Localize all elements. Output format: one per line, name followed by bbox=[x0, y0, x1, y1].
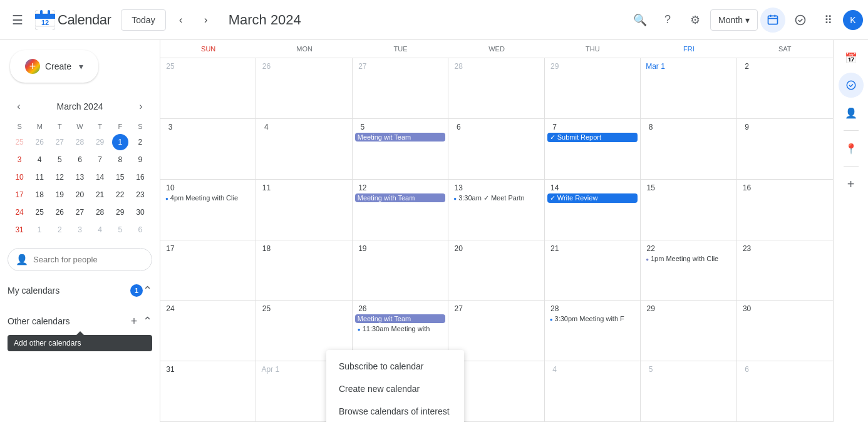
table-row[interactable]: 3 bbox=[160, 119, 256, 180]
day-number[interactable]: 4 bbox=[259, 121, 274, 133]
browse-calendars-item[interactable]: Browse calendars of interest bbox=[326, 400, 464, 422]
table-row[interactable]: 24 bbox=[160, 301, 256, 361]
day-number[interactable]: 28 bbox=[451, 61, 466, 72]
tasks-view-button[interactable] bbox=[788, 8, 813, 33]
day-number[interactable]: 16 bbox=[740, 182, 755, 193]
day-number[interactable]: 5 bbox=[355, 121, 370, 133]
table-row[interactable]: 16 bbox=[737, 180, 833, 240]
mini-cal-day[interactable]: 8 bbox=[112, 152, 128, 168]
day-number[interactable]: 22 bbox=[643, 243, 658, 254]
day-number[interactable]: 28 bbox=[547, 303, 562, 314]
table-row[interactable]: 6 bbox=[448, 119, 544, 180]
right-sidebar-maps-btn[interactable]: 📍 bbox=[839, 136, 864, 161]
list-item[interactable]: 3:30am ✓ Meet Partn bbox=[451, 193, 541, 203]
mini-cal-day[interactable]: 19 bbox=[51, 187, 68, 203]
day-number[interactable]: 27 bbox=[451, 303, 466, 314]
mini-cal-day[interactable]: 21 bbox=[92, 187, 108, 203]
list-item[interactable]: Meeting wit Team bbox=[355, 314, 445, 323]
day-number[interactable]: 24 bbox=[163, 303, 178, 314]
mini-cal-day[interactable]: 4 bbox=[31, 152, 48, 168]
day-number[interactable]: 23 bbox=[740, 243, 755, 254]
add-other-calendar-button[interactable]: + bbox=[125, 312, 143, 330]
day-number[interactable]: 6 bbox=[740, 364, 755, 375]
right-sidebar-add-btn[interactable]: + bbox=[839, 172, 864, 197]
table-row[interactable]: 31 bbox=[160, 361, 256, 422]
table-row[interactable]: 12 Meeting with Team bbox=[353, 180, 448, 240]
day-number[interactable]: 8 bbox=[643, 121, 658, 133]
day-number[interactable]: 19 bbox=[355, 243, 370, 254]
table-row[interactable]: 2 bbox=[737, 58, 833, 119]
table-row[interactable]: 22 1pm Meeting with Clie bbox=[641, 240, 736, 301]
day-number[interactable]: 7 bbox=[547, 121, 562, 133]
day-number[interactable]: 29 bbox=[643, 303, 658, 314]
day-number[interactable]: 6 bbox=[451, 121, 466, 133]
list-item[interactable]: ✓ Write Review bbox=[547, 193, 638, 203]
table-row[interactable]: 17 bbox=[160, 240, 256, 301]
mini-cal-day[interactable]: 10 bbox=[11, 169, 28, 185]
user-avatar[interactable]: K bbox=[843, 10, 863, 30]
mini-cal-day[interactable]: 12 bbox=[51, 169, 68, 185]
mini-cal-day[interactable]: 7 bbox=[92, 152, 108, 168]
mini-cal-day[interactable]: 6 bbox=[71, 152, 88, 168]
today-button[interactable]: Today bbox=[121, 9, 165, 31]
mini-cal-day[interactable]: 3 bbox=[11, 152, 28, 168]
mini-cal-day[interactable]: 29 bbox=[92, 134, 108, 150]
mini-cal-next[interactable]: › bbox=[132, 98, 150, 115]
day-number[interactable]: 10 bbox=[163, 182, 178, 193]
table-row[interactable]: 30 bbox=[737, 301, 833, 361]
search-people-area[interactable]: 👤 bbox=[8, 248, 152, 271]
mini-cal-day[interactable]: 6 bbox=[132, 222, 148, 238]
day-number[interactable]: 11 bbox=[259, 182, 274, 193]
list-item[interactable]: 11:30am Meeting with bbox=[355, 324, 445, 333]
mini-cal-day[interactable]: 18 bbox=[31, 187, 48, 203]
mini-cal-day[interactable]: 17 bbox=[11, 187, 28, 203]
table-row[interactable]: 18 bbox=[256, 240, 352, 301]
mini-cal-day[interactable]: 28 bbox=[71, 134, 88, 150]
mini-cal-day[interactable]: 5 bbox=[51, 152, 68, 168]
subscribe-calendar-item[interactable]: Subscribe to calendar bbox=[326, 355, 464, 378]
table-row[interactable]: 28 bbox=[448, 58, 544, 119]
day-number[interactable]: 20 bbox=[451, 243, 466, 254]
day-number[interactable]: 31 bbox=[163, 364, 178, 375]
search-button[interactable]: 🔍 bbox=[628, 8, 653, 33]
mini-cal-day[interactable]: 20 bbox=[71, 187, 88, 203]
day-number[interactable]: 17 bbox=[163, 243, 178, 254]
mini-cal-day[interactable]: 23 bbox=[132, 187, 148, 203]
next-month-button[interactable]: › bbox=[196, 10, 216, 30]
mini-cal-day[interactable]: 2 bbox=[132, 134, 148, 150]
mini-cal-day[interactable]: 27 bbox=[71, 204, 88, 220]
table-row[interactable]: 26 bbox=[256, 58, 352, 119]
table-row[interactable]: 4 bbox=[545, 361, 641, 422]
calendar-view-button[interactable] bbox=[760, 8, 785, 33]
mini-cal-day[interactable]: 13 bbox=[71, 169, 88, 185]
create-new-calendar-item[interactable]: Create new calendar bbox=[326, 378, 464, 400]
settings-button[interactable]: ⚙ bbox=[683, 8, 708, 33]
mini-cal-day[interactable]: 26 bbox=[51, 204, 68, 220]
table-row[interactable]: 27 bbox=[353, 58, 448, 119]
mini-cal-day[interactable]: 26 bbox=[31, 134, 48, 150]
my-calendars-header[interactable]: My calendars 1 ⌃ bbox=[0, 281, 160, 300]
day-number[interactable]: 12 bbox=[355, 182, 370, 193]
mini-cal-day[interactable]: 14 bbox=[92, 169, 108, 185]
other-calendars-header[interactable]: Other calendars + ⌃ bbox=[0, 310, 160, 332]
mini-cal-day-today[interactable]: 1 bbox=[112, 134, 128, 150]
day-number[interactable]: 5 bbox=[643, 364, 658, 375]
day-number[interactable]: Apr 1 bbox=[259, 364, 282, 375]
day-number[interactable]: Mar 1 bbox=[643, 61, 668, 72]
mini-cal-day[interactable]: 9 bbox=[132, 152, 148, 168]
table-row[interactable]: 6 bbox=[737, 361, 833, 422]
help-button[interactable]: ? bbox=[655, 8, 680, 33]
mini-cal-day[interactable]: 2 bbox=[51, 222, 68, 238]
right-sidebar-calendar-btn[interactable]: 📅 bbox=[839, 45, 864, 70]
table-row[interactable]: 5 bbox=[641, 361, 736, 422]
day-number[interactable]: 26 bbox=[259, 61, 274, 72]
day-number[interactable]: 29 bbox=[547, 61, 562, 72]
table-row[interactable]: 4 bbox=[256, 119, 352, 180]
day-number[interactable]: 30 bbox=[740, 303, 755, 314]
day-number[interactable]: 27 bbox=[355, 61, 370, 72]
table-row[interactable]: 5 Meeting wit Team bbox=[353, 119, 448, 180]
mini-cal-day[interactable]: 24 bbox=[11, 204, 28, 220]
day-number[interactable]: 26 bbox=[355, 303, 370, 314]
mini-cal-day[interactable]: 3 bbox=[71, 222, 88, 238]
mini-cal-day[interactable]: 27 bbox=[51, 134, 68, 150]
